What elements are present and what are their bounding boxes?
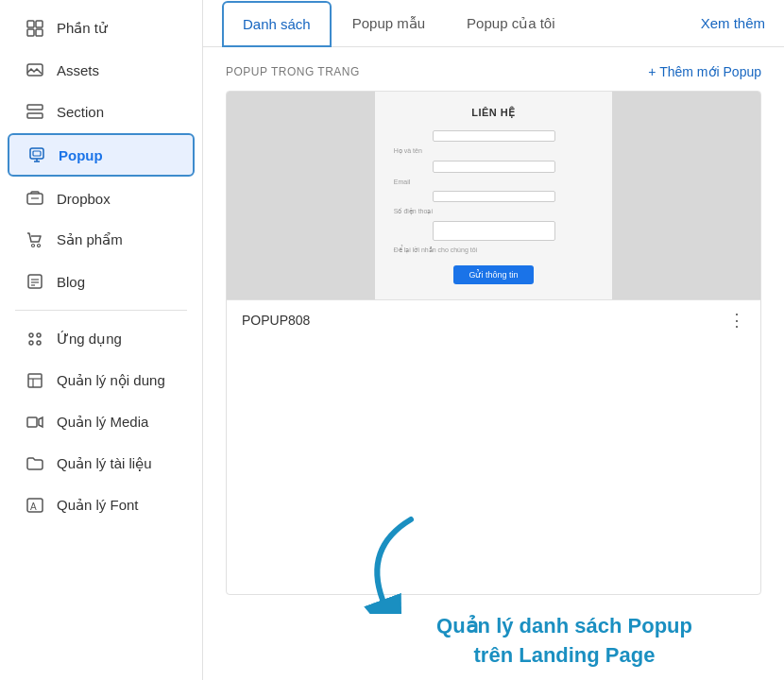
- sidebar-item-label: Quản lý tài liệu: [57, 455, 152, 472]
- popup-card-inner: LIÊN HỆ Họ và tên Email Số điện thoại Để…: [227, 92, 760, 299]
- svg-rect-5: [27, 105, 43, 110]
- annotation-text: Quản lý danh sách Popup trên Landing Pag…: [203, 595, 784, 680]
- sidebar-item-section[interactable]: Section: [8, 92, 195, 131]
- popup-left-panel: [227, 92, 375, 299]
- sidebar-item-quan-ly-font[interactable]: A Quản lý Font: [8, 485, 195, 525]
- sidebar-item-quan-ly-tai-lieu[interactable]: Quản lý tài liệu: [8, 444, 195, 484]
- app-icon: [25, 329, 45, 349]
- sidebar-item-label: Dropbox: [57, 191, 111, 207]
- sidebar-item-label: Sản phẩm: [57, 231, 123, 248]
- sidebar-item-ung-dung[interactable]: Ứng dụng: [8, 319, 195, 359]
- font-icon: A: [25, 495, 45, 516]
- svg-rect-1: [36, 21, 43, 27]
- page-header: POPUP TRONG TRANG + Thêm mới Popup: [203, 47, 784, 91]
- sidebar-item-label: Quản lý Media: [57, 414, 148, 431]
- sidebar-divider: [15, 310, 187, 311]
- sidebar-item-label: Quản lý nội dung: [57, 372, 165, 389]
- sidebar-item-phan-tu[interactable]: Phần tử: [8, 8, 195, 48]
- form-field-phone-label: Số điện thoại: [390, 208, 433, 215]
- annotation-area: Quản lý danh sách Popup trên Landing Pag…: [203, 595, 784, 680]
- svg-point-22: [37, 341, 41, 345]
- blog-icon: [25, 271, 45, 292]
- content-icon: [25, 370, 45, 391]
- form-field-phone: [433, 191, 555, 202]
- form-field-name: [433, 130, 555, 142]
- cart-icon: [25, 230, 45, 250]
- folder-icon: [25, 453, 45, 474]
- sidebar-item-label: Quản lý Font: [57, 497, 139, 514]
- svg-rect-0: [27, 21, 34, 27]
- popup-menu-icon[interactable]: ⋮: [728, 310, 745, 331]
- sidebar-item-dropbox[interactable]: Dropbox: [8, 178, 195, 218]
- svg-rect-6: [27, 113, 43, 118]
- svg-rect-8: [33, 151, 41, 156]
- section-icon: [25, 101, 45, 122]
- add-popup-button[interactable]: + Thêm mới Popup: [648, 64, 761, 79]
- tab-popup-mau[interactable]: Popup mẫu: [332, 0, 446, 47]
- sidebar-item-label: Phần tử: [57, 20, 108, 37]
- svg-point-19: [29, 333, 33, 337]
- svg-rect-7: [30, 148, 43, 159]
- popup-grid: LIÊN HỆ Họ và tên Email Số điện thoại Để…: [203, 91, 784, 595]
- sidebar-item-popup[interactable]: Popup: [8, 133, 195, 177]
- image-icon: [25, 60, 45, 80]
- popup-name: POPUP808: [242, 313, 310, 328]
- sidebar-item-blog[interactable]: Blog: [8, 262, 195, 301]
- sidebar-item-san-pham[interactable]: Sản phẩm: [8, 220, 195, 260]
- grid-icon: [25, 18, 45, 39]
- tabs-bar: Danh sách Popup mẫu Popup của tôi Xem th…: [203, 0, 784, 47]
- svg-rect-2: [27, 29, 34, 36]
- form-field-email: [433, 161, 555, 172]
- popup-card-footer: POPUP808 ⋮: [227, 299, 760, 340]
- svg-rect-26: [27, 417, 37, 427]
- popup-form-panel: LIÊN HỆ Họ và tên Email Số điện thoại Để…: [375, 92, 612, 299]
- sidebar-item-label: Assets: [57, 62, 99, 78]
- form-field-message: [433, 221, 555, 241]
- popup-card: LIÊN HỆ Họ và tên Email Số điện thoại Để…: [226, 91, 761, 595]
- tab-danh-sach[interactable]: Danh sách: [222, 1, 332, 47]
- sidebar-item-label: Section: [57, 104, 104, 120]
- sidebar-item-quan-ly-noi-dung[interactable]: Quản lý nội dung: [8, 361, 195, 400]
- sidebar-item-quan-ly-media[interactable]: Quản lý Media: [8, 402, 195, 442]
- svg-point-20: [37, 333, 41, 337]
- form-title: LIÊN HỆ: [471, 107, 516, 119]
- svg-rect-15: [28, 275, 42, 288]
- svg-rect-3: [36, 29, 43, 36]
- page-title: POPUP TRONG TRANG: [226, 65, 360, 78]
- form-submit-button[interactable]: Gửi thông tin: [453, 265, 533, 284]
- popup-right-panel: [612, 92, 760, 299]
- tab-more[interactable]: Xem thêm: [701, 2, 765, 44]
- form-field-name-label: Họ và tên: [390, 147, 422, 155]
- main-content: Danh sách Popup mẫu Popup của tôi Xem th…: [203, 0, 784, 680]
- dropbox-icon: [25, 188, 45, 209]
- svg-point-13: [32, 245, 35, 247]
- sidebar-item-label: Blog: [57, 274, 85, 290]
- sidebar-item-label: Ứng dụng: [57, 331, 122, 348]
- sidebar-item-label: Popup: [59, 147, 103, 163]
- svg-point-21: [29, 341, 33, 345]
- svg-point-14: [38, 245, 41, 247]
- media-icon: [25, 412, 45, 433]
- sidebar-item-assets[interactable]: Assets: [8, 50, 195, 90]
- form-field-message-label: Để lại lời nhắn cho chúng tôi: [390, 246, 477, 254]
- svg-text:A: A: [30, 502, 37, 512]
- popup-icon: [26, 144, 47, 165]
- svg-rect-23: [28, 374, 42, 387]
- tab-popup-cua-toi[interactable]: Popup của tôi: [446, 0, 575, 47]
- sidebar: Phần tử Assets Section: [0, 0, 203, 680]
- form-field-email-label: Email: [390, 178, 411, 185]
